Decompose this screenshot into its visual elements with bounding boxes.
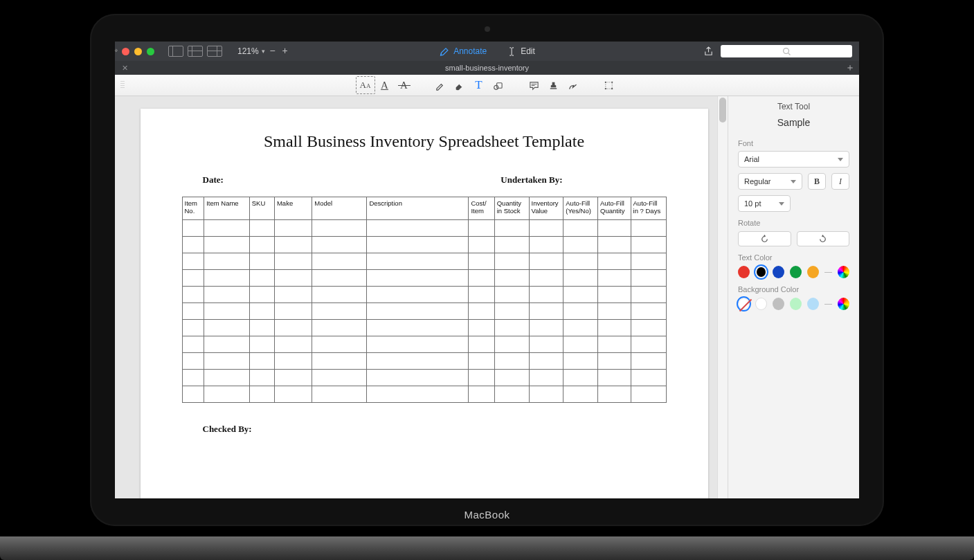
table-cell[interactable]: [563, 220, 598, 237]
table-cell[interactable]: [182, 253, 204, 270]
table-cell[interactable]: [182, 220, 204, 237]
table-cell[interactable]: [312, 287, 367, 303]
table-cell[interactable]: [274, 237, 312, 253]
table-cell[interactable]: [631, 386, 666, 403]
table-cell[interactable]: [529, 253, 563, 270]
bg-color-swatch[interactable]: [807, 298, 819, 310]
table-cell[interactable]: [249, 336, 274, 353]
table-cell[interactable]: [563, 386, 598, 403]
table-cell[interactable]: [204, 320, 250, 336]
bold-button[interactable]: B: [808, 173, 826, 190]
table-cell[interactable]: [563, 370, 598, 386]
table-cell[interactable]: [631, 287, 666, 303]
table-cell[interactable]: [274, 287, 312, 303]
table-cell[interactable]: [312, 370, 367, 386]
table-cell[interactable]: [274, 303, 312, 320]
table-cell[interactable]: [204, 237, 250, 253]
table-cell[interactable]: [274, 336, 312, 353]
table-cell[interactable]: [494, 320, 529, 336]
table-cell[interactable]: [469, 237, 494, 253]
thumbnail-view-button[interactable]: [188, 46, 203, 57]
table-cell[interactable]: [469, 370, 494, 386]
table-cell[interactable]: [494, 336, 529, 353]
font-family-select[interactable]: Arial: [738, 151, 849, 168]
table-cell[interactable]: [494, 270, 529, 287]
table-cell[interactable]: [494, 370, 529, 386]
draw-tool[interactable]: [433, 78, 448, 93]
table-cell[interactable]: [469, 336, 494, 353]
table-cell[interactable]: [631, 336, 666, 353]
eraser-tool[interactable]: [452, 78, 467, 93]
table-cell[interactable]: [529, 303, 563, 320]
text-tool[interactable]: T: [471, 78, 487, 93]
table-cell[interactable]: [529, 270, 563, 287]
sidebar-view-button[interactable]: [168, 46, 183, 57]
toolbar-handle[interactable]: [120, 81, 125, 89]
table-cell[interactable]: [529, 386, 563, 403]
table-cell[interactable]: [312, 336, 367, 353]
bg-color-swatch[interactable]: [738, 298, 750, 310]
table-cell[interactable]: [367, 320, 469, 336]
table-cell[interactable]: [312, 237, 367, 253]
text-color-swatch[interactable]: [773, 266, 784, 278]
table-cell[interactable]: [367, 237, 469, 253]
table-cell[interactable]: [563, 270, 598, 287]
link-tool[interactable]: [566, 78, 581, 93]
table-cell[interactable]: [182, 386, 204, 403]
table-cell[interactable]: [367, 287, 469, 303]
table-cell[interactable]: [598, 270, 631, 287]
table-cell[interactable]: [367, 386, 469, 403]
table-cell[interactable]: [367, 353, 469, 370]
table-cell[interactable]: [274, 320, 312, 336]
table-cell[interactable]: [598, 336, 631, 353]
table-cell[interactable]: [598, 320, 631, 336]
table-cell[interactable]: [529, 353, 563, 370]
custom-color-button[interactable]: [838, 298, 849, 310]
table-cell[interactable]: [631, 303, 666, 320]
table-cell[interactable]: [204, 370, 250, 386]
table-cell[interactable]: [631, 370, 666, 386]
document-viewport[interactable]: Small Business Inventory Spreadsheet Tem…: [115, 96, 728, 498]
table-cell[interactable]: [598, 287, 631, 303]
table-cell[interactable]: [631, 353, 666, 370]
fullscreen-window-button[interactable]: [147, 48, 154, 55]
table-cell[interactable]: [563, 253, 598, 270]
underline-tool[interactable]: A: [377, 78, 393, 93]
table-cell[interactable]: [469, 253, 494, 270]
table-cell[interactable]: [182, 370, 204, 386]
close-tab-button[interactable]: ✕: [122, 64, 128, 72]
table-cell[interactable]: [598, 303, 631, 320]
table-cell[interactable]: [312, 303, 367, 320]
text-color-swatch[interactable]: [790, 266, 802, 278]
table-cell[interactable]: [249, 320, 274, 336]
table-cell[interactable]: [494, 386, 529, 403]
table-cell[interactable]: [631, 320, 666, 336]
table-cell[interactable]: [204, 336, 250, 353]
font-style-tool[interactable]: AA: [358, 78, 373, 93]
bg-color-swatch[interactable]: [790, 298, 802, 310]
split-view-button[interactable]: [207, 46, 222, 57]
table-cell[interactable]: [204, 287, 250, 303]
table-cell[interactable]: [274, 270, 312, 287]
table-cell[interactable]: [249, 220, 274, 237]
tab-title[interactable]: small-business-inventory: [445, 64, 529, 72]
table-cell[interactable]: [563, 320, 598, 336]
table-cell[interactable]: [529, 370, 563, 386]
custom-color-button[interactable]: [838, 266, 849, 278]
table-cell[interactable]: [312, 220, 367, 237]
table-cell[interactable]: [367, 220, 469, 237]
text-color-swatch[interactable]: [755, 266, 767, 278]
strikethrough-tool[interactable]: A: [397, 78, 412, 93]
zoom-out-button[interactable]: −: [268, 46, 278, 56]
table-cell[interactable]: [249, 237, 274, 253]
table-cell[interactable]: [563, 336, 598, 353]
table-cell[interactable]: [274, 386, 312, 403]
table-cell[interactable]: [563, 287, 598, 303]
table-cell[interactable]: [182, 353, 204, 370]
share-button[interactable]: [703, 46, 714, 57]
table-cell[interactable]: [249, 303, 274, 320]
table-cell[interactable]: [312, 270, 367, 287]
table-cell[interactable]: [182, 270, 204, 287]
table-cell[interactable]: [204, 303, 250, 320]
table-cell[interactable]: [598, 253, 631, 270]
